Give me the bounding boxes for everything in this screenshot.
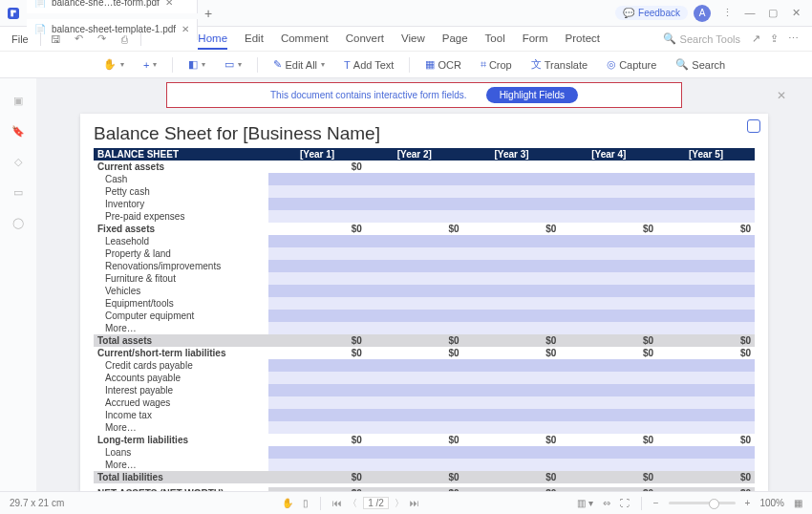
comments-icon[interactable]: ◇ xyxy=(10,153,27,170)
cell[interactable] xyxy=(268,247,366,260)
highlight-fields-button[interactable]: Highlight Fields xyxy=(486,87,578,103)
tab-close-icon[interactable]: ✕ xyxy=(165,0,173,8)
menu-home[interactable]: Home xyxy=(198,29,227,50)
cell[interactable] xyxy=(560,235,657,247)
cell[interactable] xyxy=(657,260,755,272)
cell[interactable] xyxy=(366,210,463,223)
cell[interactable] xyxy=(463,384,561,396)
cell[interactable] xyxy=(657,446,755,459)
new-tab-button[interactable]: + xyxy=(198,6,219,21)
cell[interactable] xyxy=(268,173,366,185)
last-page-button[interactable]: ⏭ xyxy=(410,498,419,508)
cell[interactable] xyxy=(463,272,561,285)
translate-button[interactable]: 文Translate xyxy=(525,55,593,74)
cell[interactable] xyxy=(366,372,463,384)
cell[interactable] xyxy=(657,310,755,322)
cell[interactable] xyxy=(657,297,755,310)
cell[interactable] xyxy=(560,285,657,297)
cell[interactable] xyxy=(366,322,463,334)
redo-icon[interactable]: ↷ xyxy=(93,32,112,45)
edit-all-button[interactable]: ✎Edit All▾ xyxy=(267,56,331,73)
cell[interactable] xyxy=(268,459,366,471)
cell[interactable] xyxy=(560,173,657,185)
cell[interactable] xyxy=(463,310,561,322)
cell[interactable] xyxy=(366,446,463,459)
cell[interactable] xyxy=(463,409,561,421)
cell[interactable] xyxy=(463,210,561,223)
tab-0[interactable]: 📄balance-she…te-form.pdf✕ xyxy=(27,0,198,13)
cell[interactable] xyxy=(268,198,366,210)
cell[interactable] xyxy=(463,198,561,210)
cell[interactable] xyxy=(268,396,366,409)
cell[interactable] xyxy=(268,372,366,384)
search-tools[interactable]: 🔍 Search Tools xyxy=(655,32,748,45)
cell[interactable] xyxy=(560,310,657,322)
cell[interactable] xyxy=(268,384,366,396)
cell[interactable] xyxy=(463,396,561,409)
avatar[interactable]: A xyxy=(694,5,711,22)
cell[interactable] xyxy=(560,322,657,334)
zoom-in-button[interactable]: + xyxy=(745,498,751,508)
cell[interactable] xyxy=(657,459,755,471)
cell[interactable] xyxy=(366,396,463,409)
cell[interactable] xyxy=(657,210,755,223)
attachments-icon[interactable]: ▭ xyxy=(10,183,27,201)
cell[interactable] xyxy=(268,260,366,272)
cell[interactable] xyxy=(463,297,561,310)
cell[interactable] xyxy=(560,247,657,260)
cell[interactable] xyxy=(268,446,366,459)
close-button[interactable]: ✕ xyxy=(789,7,802,19)
cell[interactable] xyxy=(463,459,561,471)
cell[interactable] xyxy=(560,210,657,223)
banner-close-icon[interactable]: ✕ xyxy=(777,89,786,102)
cell[interactable] xyxy=(657,185,755,198)
cell[interactable] xyxy=(560,372,657,384)
cell[interactable] xyxy=(366,384,463,396)
cell[interactable] xyxy=(268,310,366,322)
menu-protect[interactable]: Protect xyxy=(566,29,600,50)
cell[interactable] xyxy=(463,260,561,272)
maximize-button[interactable]: ▢ xyxy=(766,7,780,19)
page-field[interactable]: 1 /2 xyxy=(363,497,389,509)
cell[interactable] xyxy=(657,322,755,334)
shape-tool[interactable]: ▭▾ xyxy=(219,56,247,73)
cell[interactable] xyxy=(366,272,463,285)
reading-mode-icon[interactable]: ▦ xyxy=(794,498,802,508)
cell[interactable] xyxy=(268,235,366,247)
crop-button[interactable]: ⌗Crop xyxy=(475,56,518,73)
cell[interactable] xyxy=(657,372,755,384)
cell[interactable] xyxy=(463,372,561,384)
cell[interactable] xyxy=(657,421,755,434)
cell[interactable] xyxy=(463,446,561,459)
next-page-button[interactable]: 〉 xyxy=(395,497,404,510)
menu-tool[interactable]: Tool xyxy=(485,29,505,50)
cell[interactable] xyxy=(463,247,561,260)
cell[interactable] xyxy=(366,459,463,471)
first-page-button[interactable]: ⏮ xyxy=(332,498,342,508)
hand-mode-icon[interactable]: ✋ xyxy=(282,498,293,508)
more-icon[interactable]: ⋮ xyxy=(720,7,734,19)
cell[interactable] xyxy=(560,260,657,272)
cell[interactable] xyxy=(463,235,561,247)
cell[interactable] xyxy=(657,235,755,247)
zoom-out-button[interactable]: − xyxy=(653,498,659,508)
cell[interactable] xyxy=(560,272,657,285)
cell[interactable] xyxy=(657,359,755,372)
cell[interactable] xyxy=(268,272,366,285)
add-text-button[interactable]: TAdd Text xyxy=(338,57,399,73)
menu-comment[interactable]: Comment xyxy=(281,29,329,50)
hand-tool[interactable]: ✋▾ xyxy=(97,56,130,73)
cell[interactable] xyxy=(657,198,755,210)
cell[interactable] xyxy=(560,185,657,198)
feedback-button[interactable]: 💬 Feedback xyxy=(615,6,688,20)
cell[interactable] xyxy=(366,198,463,210)
cell[interactable] xyxy=(366,310,463,322)
cell[interactable] xyxy=(560,459,657,471)
fit-width-icon[interactable]: ⇔ xyxy=(603,498,610,508)
menu-form[interactable]: Form xyxy=(523,29,548,50)
search-panel-icon[interactable]: ◯ xyxy=(10,214,27,231)
menu-page[interactable]: Page xyxy=(442,29,468,50)
cell[interactable] xyxy=(366,297,463,310)
cell[interactable] xyxy=(366,285,463,297)
menu-view[interactable]: View xyxy=(401,29,425,50)
